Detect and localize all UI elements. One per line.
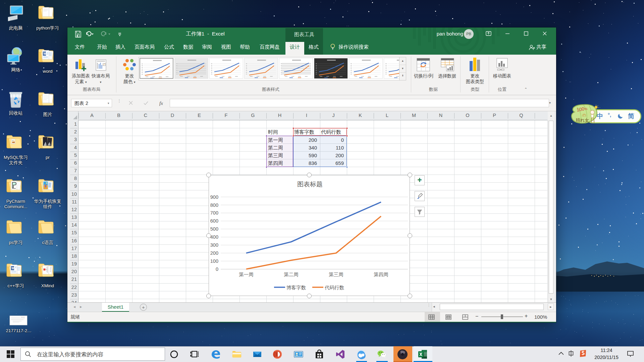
- svg-text:第一周: 第一周: [239, 272, 254, 277]
- svg-text:晴れ女: 晴れ女: [576, 118, 589, 123]
- svg-text:300: 300: [210, 242, 218, 248]
- svg-text:の: の: [582, 113, 586, 117]
- svg-text:900: 900: [210, 194, 218, 200]
- svg-text:第二周: 第二周: [284, 272, 299, 277]
- svg-text:700: 700: [210, 210, 218, 216]
- svg-text:博客字数: 博客字数: [286, 285, 306, 290]
- svg-text:第四周: 第四周: [374, 272, 388, 277]
- svg-text:代码行数: 代码行数: [325, 285, 344, 290]
- svg-text:100: 100: [210, 258, 218, 264]
- svg-text:第三周: 第三周: [329, 272, 343, 277]
- svg-text:400: 400: [210, 234, 218, 240]
- svg-text:200: 200: [210, 250, 218, 256]
- svg-text:800: 800: [210, 202, 218, 208]
- svg-text:0: 0: [216, 266, 218, 272]
- svg-text:600: 600: [210, 218, 218, 224]
- svg-text:500: 500: [210, 226, 218, 232]
